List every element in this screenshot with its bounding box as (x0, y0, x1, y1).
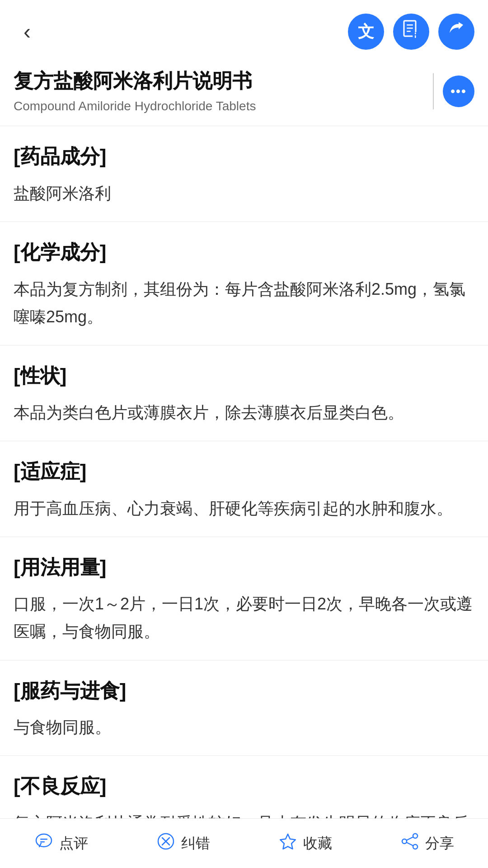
svg-point-4 (413, 32, 420, 39)
correct-icon (156, 831, 176, 855)
comment-icon (34, 831, 54, 855)
text-mode-button[interactable]: 文 (348, 14, 384, 50)
back-arrow-icon: ‹ (23, 21, 31, 42)
section-title-drug-composition: [药品成分] (14, 142, 474, 170)
share-nav-icon (447, 21, 466, 42)
more-dots-icon: ••• (450, 84, 466, 99)
section-body-food: 与食物同服。 (14, 713, 474, 741)
document-title: 复方盐酸阿米洛利片说明书 (14, 68, 424, 94)
svg-point-14 (413, 834, 418, 838)
section-drug-composition: [药品成分] 盐酸阿米洛利 (0, 126, 488, 222)
section-dosage: [用法用量] 口服，一次1～2片，一日1次，必要时一日2次，早晚各一次或遵医嘱，… (0, 537, 488, 660)
nav-right: 文 (348, 14, 474, 50)
section-title-dosage: [用法用量] (14, 553, 474, 581)
svg-point-15 (402, 839, 407, 844)
section-title-indications: [适应症] (14, 458, 474, 486)
section-title-adverse: [不良反应] (14, 772, 474, 800)
section-body-indications: 用于高血压病、心力衰竭、肝硬化等疾病引起的水肿和腹水。 (14, 495, 474, 522)
svg-marker-13 (280, 834, 296, 849)
comment-label: 点评 (59, 834, 88, 854)
svg-point-16 (413, 844, 418, 849)
collect-icon (278, 831, 298, 855)
title-block: 复方盐酸阿米洛利片说明书 Compound Amiloride Hydrochl… (14, 68, 424, 115)
correct-label: 纠错 (181, 834, 210, 854)
collect-button[interactable]: 收藏 (278, 831, 332, 855)
section-indications: [适应症] 用于高血压病、心力衰竭、肝硬化等疾病引起的水肿和腹水。 (0, 441, 488, 537)
more-options-button[interactable]: ••• (443, 75, 474, 107)
svg-point-7 (36, 834, 52, 847)
section-title-food: [服药与进食] (14, 677, 474, 705)
comment-button[interactable]: 点评 (34, 831, 88, 855)
svg-rect-9 (40, 841, 45, 843)
share-icon (400, 831, 420, 855)
collect-label: 收藏 (303, 834, 332, 854)
share-label: 分享 (425, 834, 454, 854)
svg-line-17 (407, 837, 413, 840)
share-nav-button[interactable] (438, 14, 474, 50)
svg-rect-2 (407, 28, 413, 29)
top-navigation: ‹ 文 (0, 0, 488, 59)
doc-icon (402, 20, 420, 44)
section-food-interaction: [服药与进食] 与食物同服。 (0, 660, 488, 756)
svg-rect-3 (407, 31, 411, 32)
correct-button[interactable]: 纠错 (156, 831, 210, 855)
doc-button[interactable] (393, 14, 429, 50)
title-divider (433, 73, 434, 109)
back-button[interactable]: ‹ (14, 18, 41, 45)
svg-rect-8 (40, 839, 47, 840)
title-section: 复方盐酸阿米洛利片说明书 Compound Amiloride Hydrochl… (0, 59, 488, 126)
section-body-properties: 本品为类白色片或薄膜衣片，除去薄膜衣后显类白色。 (14, 399, 474, 426)
text-icon: 文 (358, 21, 374, 43)
section-title-properties: [性状] (14, 362, 474, 390)
document-subtitle: Compound Amiloride Hydrochloride Tablets (14, 97, 424, 115)
bottom-bar: 点评 纠错 收藏 (0, 818, 488, 868)
svg-rect-1 (407, 24, 413, 26)
section-body-chemical: 本品为复方制剂，其组份为：每片含盐酸阿米洛利2.5mg，氢氯噻嗪25mg。 (14, 275, 474, 330)
section-body-drug-composition: 盐酸阿米洛利 (14, 179, 474, 207)
section-chemical-composition: [化学成分] 本品为复方制剂，其组份为：每片含盐酸阿米洛利2.5mg，氢氯噻嗪2… (0, 222, 488, 345)
svg-line-18 (407, 843, 413, 846)
nav-left: ‹ (14, 18, 41, 45)
svg-rect-6 (415, 33, 416, 34)
section-properties: [性状] 本品为类白色片或薄膜衣片，除去薄膜衣后显类白色。 (0, 345, 488, 441)
svg-rect-5 (415, 35, 416, 38)
section-body-dosage: 口服，一次1～2片，一日1次，必要时一日2次，早晚各一次或遵医嘱，与食物同服。 (14, 590, 474, 645)
share-button[interactable]: 分享 (400, 831, 454, 855)
section-title-chemical: [化学成分] (14, 238, 474, 266)
